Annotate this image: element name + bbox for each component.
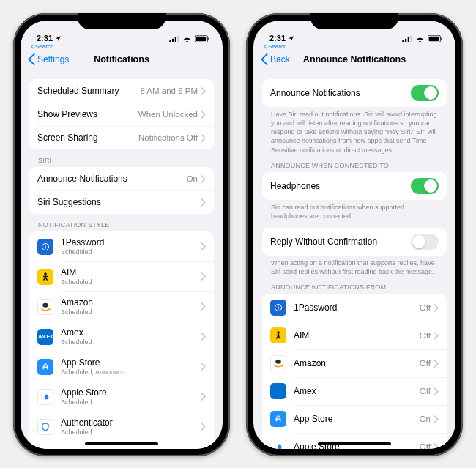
svg-rect-8 (45, 245, 46, 248)
navbar: Back Announce Notifications (253, 50, 455, 72)
headphones-row[interactable]: Headphones (262, 172, 447, 200)
settings-row[interactable]: Announce Notifications On (29, 167, 214, 190)
app-icon (37, 269, 53, 285)
svg-rect-17 (429, 37, 439, 41)
svg-rect-20 (278, 306, 279, 310)
app-sub: Scheduled (61, 338, 201, 346)
app-value: On (420, 415, 431, 423)
breadcrumb-label: Search (268, 43, 286, 50)
signal-icon (402, 36, 412, 42)
connect-header: ANNOUNCE WHEN CONNECTED TO (262, 162, 447, 172)
announce-footer: Have Siri read out notifications. Siri w… (262, 107, 447, 155)
breadcrumb-label: Search (35, 43, 53, 50)
status-time: 2:31 (37, 34, 53, 42)
app-icon (270, 355, 286, 371)
app-value: Off (420, 303, 431, 312)
status-time: 2:31 (269, 34, 286, 42)
svg-point-10 (42, 302, 48, 307)
breadcrumb[interactable]: Search (253, 43, 455, 50)
app-name: Authenticator (61, 417, 201, 428)
reply-row[interactable]: Reply Without Confirmation (262, 228, 447, 256)
app-name: App Store (294, 414, 420, 424)
app-name: 1Password (61, 237, 201, 248)
app-row[interactable]: 1Password Off (262, 294, 447, 322)
app-sub: Scheduled (61, 308, 201, 316)
home-indicator[interactable] (85, 442, 158, 445)
svg-rect-0 (169, 40, 171, 42)
svg-rect-6 (208, 37, 209, 40)
back-label: Back (270, 54, 290, 64)
home-indicator[interactable] (318, 442, 391, 445)
svg-rect-14 (408, 37, 409, 42)
signal-icon (169, 36, 179, 42)
reply-footer: When acting on a notification that suppo… (262, 256, 447, 276)
svg-rect-15 (411, 36, 412, 42)
chevron-right-icon (201, 175, 206, 183)
chevron-right-icon (434, 360, 439, 368)
headphones-footer: Siri can read out notifications when sup… (262, 200, 447, 220)
svg-rect-1 (172, 38, 174, 42)
app-row[interactable]: 1Password Scheduled (29, 231, 214, 261)
row-value: When Unlocked (138, 110, 198, 119)
settings-row[interactable]: Scheduled Summary 8 AM and 6 PM (29, 79, 214, 103)
app-icon (37, 419, 53, 435)
app-name: Amazon (294, 358, 420, 368)
app-icon (270, 411, 286, 427)
headphones-toggle[interactable] (411, 178, 439, 194)
breadcrumb[interactable]: Search (21, 43, 223, 50)
app-icon (37, 389, 53, 405)
app-row[interactable]: AIM Scheduled (29, 261, 214, 291)
app-row[interactable]: Apple Store Off (262, 433, 447, 449)
app-icon (270, 327, 286, 343)
chevron-right-icon (201, 302, 206, 311)
chevron-right-icon (201, 272, 206, 281)
back-button[interactable]: Back (261, 53, 290, 65)
battery-icon (195, 35, 209, 42)
app-row[interactable]: Amazon Scheduled (29, 291, 214, 322)
app-icon (37, 299, 53, 315)
chevron-right-icon (201, 198, 206, 207)
app-sub: Scheduled (61, 278, 201, 286)
app-icon (37, 449, 53, 450)
settings-row[interactable]: Screen Sharing Notifications Off (29, 126, 214, 149)
app-row[interactable]: App Store On (262, 405, 447, 433)
row-label: Siri Suggestions (37, 197, 201, 207)
reply-toggle[interactable] (411, 234, 439, 250)
app-name: Amazon (61, 297, 201, 308)
settings-row[interactable]: Show Previews When Unlocked (29, 103, 214, 126)
settings-row[interactable]: Siri Suggestions (29, 190, 214, 214)
row-label: Screen Sharing (37, 133, 138, 143)
app-value: Off (420, 442, 431, 449)
chevron-right-icon (434, 387, 439, 395)
back-button[interactable]: Settings (28, 53, 69, 65)
app-row[interactable]: Amex Off (262, 377, 447, 405)
notch (310, 13, 398, 29)
svg-rect-13 (405, 38, 406, 42)
announce-row[interactable]: Announce Notifications (262, 79, 447, 107)
app-row[interactable]: AM EX Amex Scheduled (29, 322, 214, 352)
row-label: Announce Notifications (37, 174, 187, 184)
announce-toggle[interactable] (411, 85, 439, 101)
app-sub: Scheduled (61, 248, 201, 256)
app-name: AIM (294, 330, 420, 341)
chevron-right-icon (201, 423, 206, 431)
app-row[interactable]: Apple Store Scheduled (29, 382, 214, 412)
svg-point-22 (275, 360, 281, 364)
row-value: On (187, 174, 198, 183)
svg-rect-3 (178, 36, 179, 42)
from-header: ANNOUNCE NOTIFICATIONS FROM (262, 283, 447, 294)
location-icon (55, 35, 62, 42)
row-value: 8 AM and 6 PM (140, 86, 198, 95)
app-row[interactable]: AIM Off (262, 322, 447, 349)
chevron-right-icon (434, 332, 439, 340)
app-name: Amex (61, 327, 201, 338)
app-row[interactable]: Authenticator Scheduled (29, 412, 214, 442)
app-row[interactable]: App Store Scheduled, Announce (29, 352, 214, 382)
chevron-right-icon (201, 111, 206, 119)
app-icon (270, 439, 286, 449)
location-icon (288, 35, 294, 42)
app-name: 1Password (294, 302, 420, 313)
chevron-right-icon (434, 415, 439, 423)
app-row[interactable]: Amazon Off (262, 349, 447, 377)
group-header-style: NOTIFICATION STYLE (29, 221, 214, 231)
